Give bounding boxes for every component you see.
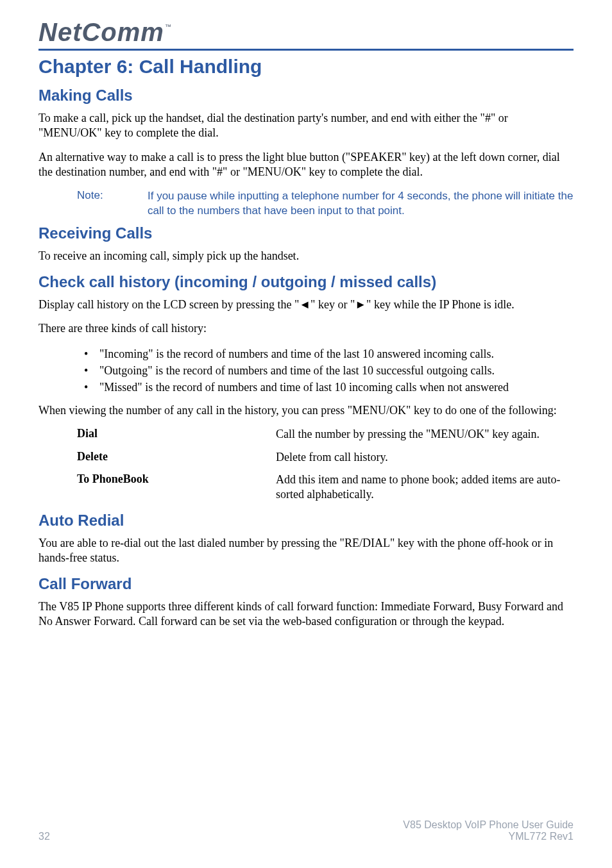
footer-right: V85 Desktop VoIP Phone User Guide YML772… xyxy=(403,819,574,842)
section-receiving-calls-title: Receiving Calls xyxy=(38,224,574,242)
history-list: "Incoming" is the record of numbers and … xyxy=(38,346,574,396)
table-row: Dial Call the number by pressing the "ME… xyxy=(77,427,574,442)
action-desc-dial: Call the number by pressing the "MENU/OK… xyxy=(276,427,540,442)
chapter-title: Chapter 6: Call Handling xyxy=(38,56,574,78)
action-desc-phonebook: Add this item and name to phone book; ad… xyxy=(276,472,574,503)
page-number: 32 xyxy=(38,831,50,842)
list-item: "Incoming" is the record of numbers and … xyxy=(99,346,574,362)
trademark-symbol: ™ xyxy=(165,23,171,30)
section-making-calls-title: Making Calls xyxy=(38,87,574,104)
note-block: Note: If you pause while inputting a tel… xyxy=(38,189,574,219)
footer-guide: V85 Desktop VoIP Phone User Guide xyxy=(403,819,574,831)
logo-text: NetComm xyxy=(38,19,164,45)
header-divider xyxy=(38,49,574,51)
page-footer: 32 V85 Desktop VoIP Phone User Guide YML… xyxy=(38,819,574,842)
auto-redial-para1: You are able to re-dial out the last dia… xyxy=(38,536,574,566)
call-forward-para1: The V85 IP Phone supports three differen… xyxy=(38,599,574,630)
action-table: Dial Call the number by pressing the "ME… xyxy=(38,427,574,503)
check-history-para1: Display call history on the LCD screen b… xyxy=(38,297,574,312)
note-text: If you pause while inputting a telephone… xyxy=(148,189,574,219)
action-label-phonebook: To PhoneBook xyxy=(77,472,276,503)
receiving-calls-para1: To receive an incoming call, simply pick… xyxy=(38,249,574,263)
check-history-para3: When viewing the number of any call in t… xyxy=(38,403,574,418)
action-label-dial: Dial xyxy=(77,427,276,442)
table-row: Delete Delete from call history. xyxy=(77,450,574,465)
list-item: "Missed" is the record of numbers and ti… xyxy=(99,379,574,396)
section-call-forward-title: Call Forward xyxy=(38,575,574,593)
footer-rev: YML772 Rev1 xyxy=(403,831,574,842)
check-history-para2: There are three kinds of call history: xyxy=(38,321,574,336)
section-check-history-title: Check call history (incoming / outgoing … xyxy=(38,273,574,291)
note-label: Note: xyxy=(77,189,148,219)
section-auto-redial-title: Auto Redial xyxy=(38,512,574,530)
action-label-delete: Delete xyxy=(77,450,276,465)
list-item: "Outgoing" is the record of numbers and … xyxy=(99,362,574,379)
making-calls-para1: To make a call, pick up the handset, dia… xyxy=(38,111,574,141)
brand-logo: NetComm™ xyxy=(38,19,574,45)
table-row: To PhoneBook Add this item and name to p… xyxy=(77,472,574,503)
making-calls-para2: An alternative way to make a call is to … xyxy=(38,150,574,180)
action-desc-delete: Delete from call history. xyxy=(276,450,388,465)
